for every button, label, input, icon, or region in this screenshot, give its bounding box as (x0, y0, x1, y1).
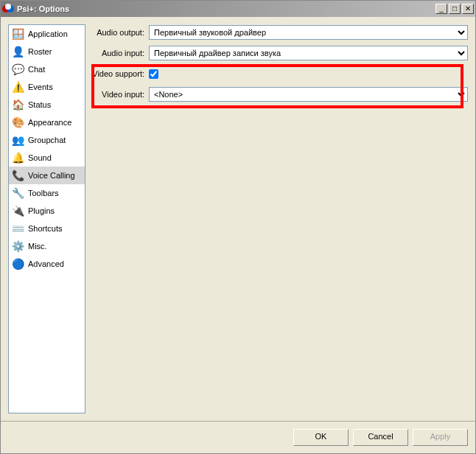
minimize-button[interactable]: _ (435, 4, 447, 14)
video-input-row: Video input: <None> (91, 86, 468, 102)
roster-icon: 👤 (12, 46, 24, 57)
app-icon (2, 3, 14, 15)
sidebar-item-label: Misc. (28, 242, 80, 251)
svg-point-2 (5, 4, 11, 10)
sidebar-item-status[interactable]: 🏠Status (9, 96, 85, 114)
sidebar-item-label: Application (28, 29, 80, 38)
plugins-icon: 🔌 (12, 205, 24, 217)
form-area: Audio output: Первичный звуковой драйвер… (91, 24, 468, 102)
sidebar-item-label: Sound (28, 153, 80, 162)
maximize-button[interactable]: □ (449, 4, 461, 14)
misc--icon: ⚙️ (12, 240, 24, 252)
sidebar-item-application[interactable]: 🪟Application (9, 25, 85, 43)
sidebar-item-advanced[interactable]: 🔵Advanced (9, 255, 85, 273)
sidebar-item-appearance[interactable]: 🎨Appearance (9, 114, 85, 131)
groupchat-icon: 👥 (12, 134, 24, 146)
audio-input-label: Audio input: (91, 49, 149, 57)
toolbars-icon: 🔧 (12, 187, 24, 199)
voice-calling-icon: 📞 (12, 170, 24, 181)
sidebar-item-plugins[interactable]: 🔌Plugins (9, 202, 85, 220)
video-input-select[interactable]: <None> (149, 87, 468, 102)
sidebar-item-shortcuts[interactable]: ⌨️Shortcuts (9, 220, 85, 237)
sidebar-item-label: Shortcuts (28, 224, 80, 233)
ok-button[interactable]: OK (293, 429, 349, 446)
window-title: Psi+: Options (17, 4, 435, 13)
sidebar-item-misc-[interactable]: ⚙️Misc. (9, 237, 85, 255)
sidebar-item-events[interactable]: ⚠️Events (9, 78, 85, 96)
audio-input-select[interactable]: Первичный драйвер записи звука (149, 46, 468, 60)
appearance-icon: 🎨 (12, 116, 24, 128)
sidebar-item-label: Groupchat (28, 136, 80, 144)
footer: OK Cancel Apply (1, 421, 475, 453)
audio-output-row: Audio output: Первичный звуковой драйвер (91, 24, 468, 41)
sidebar-item-label: Events (28, 83, 80, 91)
chat-icon: 💬 (12, 63, 24, 75)
main-panel: Audio output: Первичный звуковой драйвер… (91, 24, 468, 413)
options-window: Psi+: Options _ □ ✕ 🪟Application👤Roster💬… (0, 0, 476, 454)
sidebar-item-label: Chat (28, 65, 80, 74)
sidebar-item-label: Status (28, 100, 80, 109)
apply-button[interactable]: Apply (413, 429, 468, 446)
sound-icon: 🔔 (12, 152, 24, 164)
video-input-label: Video input: (91, 90, 149, 99)
sidebar-item-voice-calling[interactable]: 📞Voice Calling (9, 167, 85, 184)
sidebar: 🪟Application👤Roster💬Chat⚠️Events🏠Status🎨… (8, 24, 85, 413)
video-support-row: Video support: (91, 66, 468, 82)
video-support-label: Video support: (91, 69, 149, 78)
sidebar-item-toolbars[interactable]: 🔧Toolbars (9, 184, 85, 202)
status-icon: 🏠 (12, 99, 24, 111)
sidebar-item-chat[interactable]: 💬Chat (9, 60, 85, 78)
sidebar-item-label: Toolbars (28, 189, 80, 198)
sidebar-item-label: Advanced (28, 259, 80, 268)
audio-output-select[interactable]: Первичный звуковой драйвер (149, 25, 468, 40)
events-icon: ⚠️ (12, 81, 24, 93)
sidebar-item-groupchat[interactable]: 👥Groupchat (9, 131, 85, 149)
sidebar-item-sound[interactable]: 🔔Sound (9, 149, 85, 167)
advanced-icon: 🔵 (12, 258, 24, 270)
shortcuts-icon: ⌨️ (12, 223, 24, 234)
sidebar-item-label: Roster (28, 47, 80, 56)
audio-input-row: Audio input: Первичный драйвер записи зв… (91, 45, 468, 61)
sidebar-item-label: Voice Calling (28, 171, 80, 180)
application-icon: 🪟 (12, 28, 24, 40)
sidebar-item-label: Appearance (28, 118, 80, 127)
titlebar: Psi+: Options _ □ ✕ (1, 1, 475, 17)
audio-output-label: Audio output: (91, 28, 149, 37)
cancel-button[interactable]: Cancel (353, 429, 408, 446)
sidebar-item-roster[interactable]: 👤Roster (9, 43, 85, 60)
sidebar-item-label: Plugins (28, 206, 80, 215)
close-button[interactable]: ✕ (462, 4, 474, 14)
video-support-checkbox[interactable] (149, 69, 158, 79)
